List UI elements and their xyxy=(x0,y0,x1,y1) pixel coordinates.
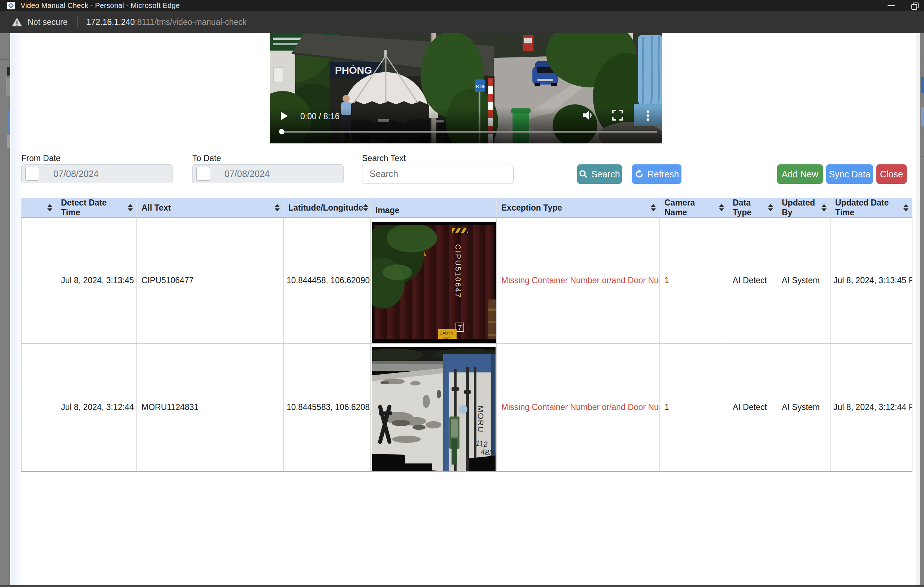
table-row[interactable]: Jul 8, 2024, 3:12:44 PM MORU1124831 10.8… xyxy=(21,343,912,471)
site-favicon xyxy=(7,2,15,9)
column-header-exception-type[interactable]: Exception Type xyxy=(497,198,660,217)
window-titlebar: Video Manual Check - Personal - Microsof… xyxy=(0,0,924,11)
video-time-display: 0:00 / 8:16 xyxy=(300,112,340,121)
exception-type-cell[interactable]: Missing Container Number or/and Door Num… xyxy=(497,343,660,471)
detect-date-time-cell: Jul 8, 2024, 3:12:44 PM xyxy=(56,343,137,471)
add-new-button[interactable]: Add New xyxy=(777,164,823,184)
to-date-label: To Date xyxy=(192,154,221,163)
sort-arrows-icon[interactable] xyxy=(275,204,280,211)
detections-table: Detect Date Time All Text Latitude/Longi… xyxy=(21,198,912,472)
updated-by-cell: AI System xyxy=(777,218,830,343)
close-button[interactable]: Close xyxy=(876,164,907,184)
all-text-cell: MORU1124831 xyxy=(137,343,284,471)
screen-bottom-edge xyxy=(0,585,924,587)
divider xyxy=(77,17,78,27)
play-icon[interactable] xyxy=(281,112,288,120)
backdrop-right-strip xyxy=(921,33,924,587)
address-bar[interactable]: Not secure 172.16.1.240:8111/tms/video-m… xyxy=(0,11,924,33)
data-type-cell: AI Detect xyxy=(728,218,777,343)
video-progress-bar[interactable] xyxy=(280,131,657,132)
sort-arrows-icon[interactable] xyxy=(768,204,773,211)
refresh-button-label: Refresh xyxy=(647,169,679,180)
browser-window: Video Manual Check - Personal - Microsof… xyxy=(0,0,924,587)
lat-long-cell: 10.8445583, 106.620886 xyxy=(284,343,371,471)
street-sign-text: ĐD5 xyxy=(476,84,485,89)
table-header-row: Detect Date Time All Text Latitude/Longi… xyxy=(21,198,912,218)
refresh-button[interactable]: Refresh xyxy=(632,164,681,184)
search-button[interactable]: Search xyxy=(577,164,622,184)
search-button-label: Search xyxy=(591,169,620,180)
restore-icon[interactable] xyxy=(911,3,917,9)
column-header-select[interactable] xyxy=(21,198,56,217)
column-header-latitude-longitude[interactable]: Latitude/Longitude xyxy=(284,198,370,217)
column-header-all-text[interactable]: All Text xyxy=(137,198,283,217)
sort-arrows-icon[interactable] xyxy=(719,204,724,211)
url-host[interactable]: 172.16.1.240 xyxy=(86,17,135,27)
updated-date-time-cell: Jul 8, 2024, 3:13:45 PM xyxy=(830,218,912,343)
column-header-updated-date-time[interactable]: Updated Date Time xyxy=(830,198,912,217)
sort-arrows-icon[interactable] xyxy=(651,204,656,211)
to-date-input[interactable] xyxy=(224,165,340,183)
row-select-cell[interactable] xyxy=(21,218,56,343)
lat-long-cell: 10.844458, 106.6209063 xyxy=(284,218,371,343)
from-date-input[interactable] xyxy=(53,165,169,183)
detect-date-time-cell: Jul 8, 2024, 3:13:45 PM xyxy=(56,218,137,343)
row-select-cell[interactable] xyxy=(21,343,56,471)
column-header-updated-by[interactable]: Updated By xyxy=(777,198,830,217)
minimize-icon[interactable] xyxy=(888,5,895,6)
from-date-label: From Date xyxy=(21,154,61,163)
security-label[interactable]: Not secure xyxy=(27,17,68,27)
shop-banner-text: PHÒNG xyxy=(335,64,372,76)
updated-by-cell: AI System xyxy=(777,343,830,471)
container-photo-CIPU5106477[interactable]: CIPU510647 7 CAUTN 9'6" xyxy=(372,222,496,343)
warning-icon xyxy=(12,17,22,27)
fullscreen-icon[interactable] xyxy=(612,110,623,121)
image-cell[interactable]: CIPU510647 7 CAUTN 9'6" xyxy=(371,218,497,343)
column-header-image: Image xyxy=(371,198,496,217)
container-check-digit: 7 xyxy=(458,324,462,331)
to-date-picker-toggle[interactable] xyxy=(196,167,210,180)
caution-label-line1: CAUTN xyxy=(440,331,453,335)
sync-data-button-label: Sync Data xyxy=(829,169,870,180)
search-input[interactable] xyxy=(362,164,514,184)
refresh-icon xyxy=(635,169,644,179)
all-text-cell: CIPU5106477 xyxy=(137,218,284,343)
video-player[interactable]: PHÒNG xyxy=(270,33,662,144)
image-cell[interactable]: MORU 112 4831 xyxy=(371,343,497,471)
updated-date-time-cell: Jul 8, 2024, 3:12:44 PM xyxy=(830,343,912,471)
volume-icon[interactable] xyxy=(582,110,594,121)
to-date-field[interactable] xyxy=(192,164,343,183)
backdrop-left-strip xyxy=(0,33,10,587)
sync-data-button[interactable]: Sync Data xyxy=(826,164,873,184)
sort-arrows-icon[interactable] xyxy=(47,204,52,211)
video-progress-handle[interactable] xyxy=(279,129,284,134)
container-number-vertical: CIPU510647 xyxy=(454,244,462,298)
window-title: Video Manual Check - Personal - Microsof… xyxy=(21,2,180,10)
close-button-label: Close xyxy=(880,169,903,180)
search-text-label: Search Text xyxy=(362,154,406,163)
from-date-picker-toggle[interactable] xyxy=(25,167,39,180)
data-type-cell: AI Detect xyxy=(728,343,777,471)
search-icon xyxy=(579,170,587,179)
url-path[interactable]: :8111/tms/video-manual-check xyxy=(135,17,247,27)
sort-arrows-icon[interactable] xyxy=(128,204,133,211)
camera-name-cell: 1 xyxy=(660,218,728,343)
sort-arrows-icon[interactable] xyxy=(363,204,368,211)
table-row[interactable]: Jul 8, 2024, 3:13:45 PM CIPU5106477 10.8… xyxy=(21,218,912,343)
column-header-data-type[interactable]: Data Type xyxy=(728,198,777,217)
column-header-camera-name[interactable]: Camera Name xyxy=(660,198,728,217)
exception-type-cell[interactable]: Missing Container Number or/and Door Num… xyxy=(497,218,660,343)
container-photo-MORU1124831[interactable]: MORU 112 4831 xyxy=(372,347,495,471)
camera-name-cell: 1 xyxy=(660,343,728,471)
sort-arrows-icon[interactable] xyxy=(822,204,827,211)
container-number-vertical: MORU xyxy=(476,406,485,433)
overflow-menu-icon[interactable] xyxy=(646,110,650,121)
page-scrollbar[interactable] xyxy=(916,33,921,585)
sort-arrows-icon[interactable] xyxy=(903,204,909,211)
add-new-button-label: Add New xyxy=(782,169,818,180)
from-date-field[interactable] xyxy=(21,164,173,183)
column-header-detect-date-time[interactable]: Detect Date Time xyxy=(56,198,137,217)
